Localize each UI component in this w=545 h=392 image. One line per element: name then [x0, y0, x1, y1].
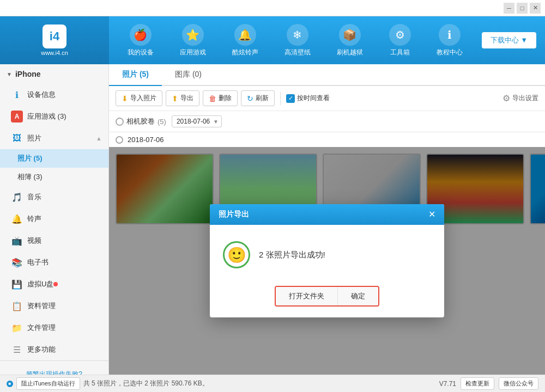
window-controls[interactable]: ─ □ ✕	[504, 3, 541, 14]
jailbreak-icon: 📦	[339, 24, 361, 46]
date-select[interactable]: 2018-07-06	[172, 115, 222, 127]
time-sort-checkbox[interactable]: ✓	[286, 94, 295, 103]
topnav: i4 www.i4.cn 🍎 我的设备 ⭐ 应用游戏 🔔 酷炫铃声 ❄ 高清壁纸…	[0, 16, 545, 64]
tutorials-label: 教程中心	[437, 48, 463, 57]
minimize-button[interactable]: ─	[504, 3, 514, 14]
date-label: 2018-07-06	[128, 136, 164, 144]
sidebar-item-data-mgmt[interactable]: 📋 资料管理	[0, 295, 108, 317]
sidebar-item-photos[interactable]: 🖼 照片 ▲	[0, 127, 108, 149]
open-folder-label: 打开文件夹	[289, 292, 324, 300]
device-label: iPhone	[15, 70, 41, 78]
logo-area: i4 www.i4.cn	[0, 16, 109, 64]
sidebar-item-music[interactable]: 🎵 音乐	[0, 186, 108, 208]
close-button[interactable]: ✕	[530, 3, 541, 14]
device-info-icon: ℹ	[11, 89, 23, 101]
tab-photos[interactable]: 照片 (5)	[109, 64, 162, 86]
file-mgmt-icon: 📁	[11, 322, 23, 334]
refresh-icon: ↻	[247, 94, 253, 103]
vdisk-label: 虚拟U盘	[27, 279, 58, 289]
video-label: 视频	[27, 236, 41, 246]
photos-sub-label: 照片 (5)	[17, 154, 43, 162]
device-info-label: 设备信息	[27, 90, 56, 100]
app-games-label: 应用游戏	[180, 48, 206, 57]
nav-icons: 🍎 我的设备 ⭐ 应用游戏 🔔 酷炫铃声 ❄ 高清壁纸 📦 刷机越狱 ⚙ 工具	[109, 16, 482, 64]
import-button[interactable]: ⬇ 导入照片	[116, 90, 162, 106]
dialog-body: 🙂 2 张照片导出成功!	[210, 225, 444, 279]
dialog-footer: 打开文件夹 确定	[210, 279, 444, 317]
photos-sidebar-icon: 🖼	[11, 132, 23, 144]
main-panel: 照片 (5) 图库 (0) ⬇ 导入照片 ⬆ 导出 🗑 删除	[109, 64, 545, 375]
toolbar-separator	[280, 92, 281, 105]
ebooks-label: 电子书	[27, 258, 49, 267]
my-device-icon: 🍎	[130, 24, 152, 46]
date-radio[interactable]	[116, 136, 123, 144]
sidebar-item-video[interactable]: 📺 视频	[0, 230, 108, 252]
sidebar-item-app-games[interactable]: A 应用游戏 (3)	[0, 106, 108, 127]
wechat-label: 微信公众号	[504, 379, 534, 388]
open-folder-button[interactable]: 打开文件夹	[276, 287, 338, 305]
dialog-button-group: 打开文件夹 确定	[275, 286, 379, 307]
dialog-close-button[interactable]: ✕	[428, 210, 435, 219]
nav-ringtones[interactable]: 🔔 酷炫铃声	[225, 20, 266, 62]
time-sort-item[interactable]: ✓ 按时间查看	[286, 94, 330, 103]
sidebar-item-file-mgmt[interactable]: 📁 文件管理	[0, 317, 108, 339]
data-mgmt-icon: 📋	[11, 300, 23, 312]
delete-button[interactable]: 🗑 删除	[203, 90, 238, 106]
sidebar-item-more[interactable]: ☰ 更多功能	[0, 339, 108, 360]
toolbox-icon: ⚙	[389, 24, 411, 46]
more-icon: ☰	[11, 344, 23, 356]
sidebar-bottom: 频繁出现操作失败?	[0, 360, 108, 375]
delete-icon: 🗑	[209, 94, 216, 103]
download-button[interactable]: 下载中心 ▼	[482, 32, 536, 48]
update-button[interactable]: 检查更新	[461, 377, 494, 390]
export-button[interactable]: ⬆ 导出	[166, 90, 199, 106]
sidebar-item-ebooks[interactable]: 📚 电子书	[0, 252, 108, 273]
itunes-button[interactable]: 阻止iTunes自动运行	[16, 377, 80, 390]
sidebar-item-ringtones[interactable]: 🔔 铃声	[0, 208, 108, 230]
content-area: ▼ iPhone ℹ 设备信息 A 应用游戏 (3) 🖼 照片 ▲ 照片 (5)…	[0, 64, 545, 375]
nav-tutorials[interactable]: ℹ 教程中心	[429, 20, 470, 62]
app-games-sidebar-label: 应用游戏 (3)	[27, 112, 66, 121]
camera-roll-label: 相机胶卷	[126, 117, 155, 126]
nav-jailbreak[interactable]: 📦 刷机越狱	[329, 20, 371, 62]
stop-itunes-icon: ■	[7, 381, 13, 387]
albums-sub-label: 相簿 (3)	[17, 173, 43, 181]
app-games-sidebar-icon: A	[11, 111, 23, 122]
photos-collapse-icon: ▲	[96, 135, 102, 142]
export-settings-label: 导出设置	[512, 94, 538, 103]
nav-wallpaper[interactable]: ❄ 高清壁纸	[277, 20, 318, 62]
statusbar-right: V7.71 检查更新 微信公众号	[439, 377, 538, 390]
nav-toolbox[interactable]: ⚙ 工具箱	[382, 20, 419, 62]
refresh-button[interactable]: ↻ 刷新	[241, 90, 275, 106]
update-label: 检查更新	[465, 379, 489, 388]
tab-library[interactable]: 图库 (0)	[162, 64, 215, 86]
camera-roll-radio[interactable]	[116, 118, 124, 126]
sidebar-device[interactable]: ▼ iPhone	[0, 64, 108, 84]
wallpaper-icon: ❄	[287, 24, 308, 46]
sidebar-sub-photos[interactable]: 照片 (5)	[0, 149, 108, 168]
nav-app-games[interactable]: ⭐ 应用游戏	[172, 20, 214, 62]
import-label: 导入照片	[130, 94, 156, 103]
sidebar-item-vdisk[interactable]: 💾 虚拟U盘	[0, 273, 108, 295]
tab-photos-label: 照片 (5)	[122, 70, 149, 78]
camera-roll-filter[interactable]: 相机胶卷 (5)	[116, 117, 166, 126]
status-text: 共 5 张照片，已选中 2 张照片 590.76 KB。	[83, 379, 209, 388]
vdisk-icon: 💾	[11, 278, 23, 290]
maximize-button[interactable]: □	[517, 3, 528, 14]
wechat-button[interactable]: 微信公众号	[499, 377, 538, 390]
time-sort-label: 按时间查看	[297, 94, 330, 103]
confirm-button[interactable]: 确定	[338, 287, 378, 305]
sidebar: ▼ iPhone ℹ 设备信息 A 应用游戏 (3) 🖼 照片 ▲ 照片 (5)…	[0, 64, 109, 375]
settings-icon[interactable]: ⚙	[502, 93, 510, 103]
jailbreak-label: 刷机越狱	[337, 48, 363, 57]
photos-sidebar-label: 照片	[27, 133, 41, 143]
logo-icon: i4	[43, 24, 66, 48]
refresh-label: 刷新	[256, 94, 269, 103]
sidebar-sub-albums[interactable]: 相簿 (3)	[0, 168, 108, 186]
video-icon: 📺	[11, 235, 23, 247]
nav-my-device[interactable]: 🍎 我的设备	[120, 20, 161, 62]
version-text: V7.71	[439, 380, 456, 388]
logo-subtitle: www.i4.cn	[41, 50, 68, 56]
sidebar-item-device-info[interactable]: ℹ 设备信息	[0, 84, 108, 106]
problem-button[interactable]: 频繁出现操作失败?	[7, 367, 102, 375]
